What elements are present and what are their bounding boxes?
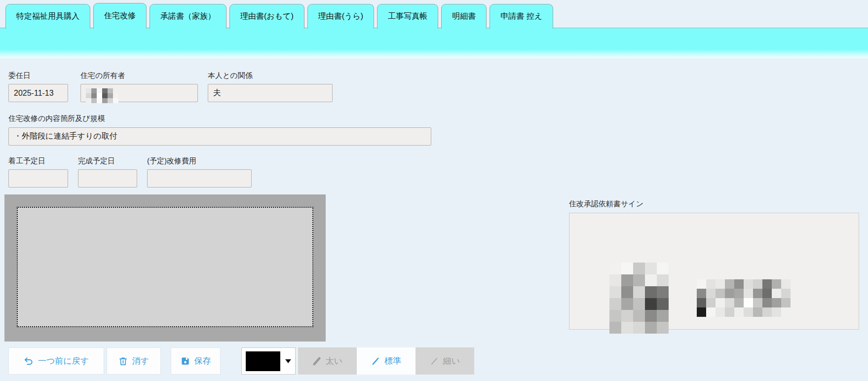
tab-koji-shashincho[interactable]: 工事写真帳 [377,4,438,29]
thickness-thin-button[interactable]: 細い [415,347,474,375]
save-button-label: 保存 [194,355,211,367]
relationship-input[interactable] [208,84,333,102]
completion-date-label: 完成予定日 [78,156,115,166]
standard-stroke-icon [371,357,380,366]
renovation-details-input[interactable] [8,127,431,146]
thick-stroke-icon [312,357,321,366]
start-date-label: 着工予定日 [8,156,45,166]
tab-shodakusho-kazoku[interactable]: 承諾書（家族） [150,4,226,29]
thickness-thick-button[interactable]: 太い [298,347,357,375]
tab-bar: 特定福祉用具購入 住宅改修 承諾書（家族） 理由書(おもて) 理由書(うら) 工… [5,3,553,29]
tab-riyusho-omote[interactable]: 理由書(おもて) [229,4,304,29]
renovation-details-label: 住宅改修の内容箇所及び規模 [8,114,105,123]
completion-date-input[interactable] [78,169,137,188]
undo-button-label: 一つ前に戻す [38,355,89,367]
estimated-cost-input[interactable] [147,169,252,188]
signature-panel-label: 住改承認依頼書サイン [569,199,643,209]
signature-preview-box [569,213,859,330]
thickness-standard-label: 標準 [384,355,401,367]
estimated-cost-label: (予定)改修費用 [147,156,196,166]
signature-canvas[interactable] [17,207,313,327]
start-date-input[interactable] [8,169,68,188]
thickness-thin-label: 細い [443,355,460,367]
commission-date-input[interactable] [8,84,68,102]
thin-stroke-icon [430,357,439,366]
house-owner-label: 住宅の所有者 [80,71,125,80]
tab-tokutei-fukushi-yogu-konyu[interactable]: 特定福祉用具購入 [5,4,90,29]
active-tab-panel-band [0,28,868,58]
thickness-thick-label: 太い [326,355,342,367]
redacted-signature-left [609,263,669,334]
signature-canvas-frame [4,194,326,342]
erase-button[interactable]: 消す [107,347,161,375]
app-window: 特定福祉用具購入 住宅改修 承諾書（家族） 理由書(おもて) 理由書(うら) 工… [0,0,868,381]
redacted-signature-right [697,279,791,317]
tab-jutaku-kaishu[interactable]: 住宅改修 [93,3,147,29]
commission-date-label: 委任日 [8,71,31,80]
dropdown-arrow-icon [285,359,291,363]
tab-meisaisho[interactable]: 明細書 [441,4,487,29]
pen-thickness-group: 太い 標準 細い [298,347,474,375]
pen-color-picker[interactable] [241,347,296,375]
thickness-standard-button[interactable]: 標準 [357,347,415,375]
redacted-owner-name [86,88,118,103]
trash-icon [118,356,128,366]
save-icon [181,356,190,366]
relationship-label: 本人との関係 [208,71,253,80]
undo-icon [24,356,34,366]
pen-color-swatch [246,351,280,371]
tab-riyusho-ura[interactable]: 理由書(うら) [307,4,374,29]
canvas-toolbar: 一つ前に戻す 消す 保存 [8,347,474,375]
tab-shinseisho-hikae[interactable]: 申請書 控え [490,4,553,29]
undo-button[interactable]: 一つ前に戻す [8,347,104,375]
erase-button-label: 消す [132,355,149,367]
save-button[interactable]: 保存 [171,347,221,375]
